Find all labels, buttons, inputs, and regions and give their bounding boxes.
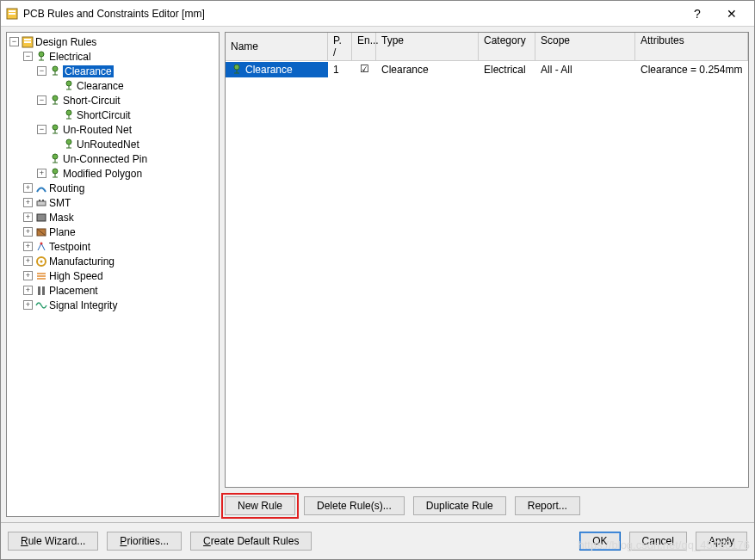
elec-icon <box>49 94 61 107</box>
tree-label: Un-Connected Pin <box>63 153 147 165</box>
tree-node-placement[interactable]: +Placement <box>7 283 219 298</box>
expand-icon[interactable]: + <box>23 183 33 193</box>
elec-icon <box>63 79 75 92</box>
report-button[interactable]: Report... <box>515 496 580 515</box>
tree-label: Manufacturing <box>49 255 114 268</box>
new-rule-button[interactable]: New Rule <box>225 496 295 515</box>
close-button[interactable]: ✕ <box>715 7 749 21</box>
cell-type: Clearance <box>376 62 479 77</box>
collapse-icon[interactable]: − <box>37 125 46 134</box>
cell-priority: 1 <box>328 62 352 77</box>
collapse-icon[interactable]: − <box>37 95 46 105</box>
footer-bar: Rule Wizard... Priorities... Create Defa… <box>1 522 754 559</box>
tree-label: Plane <box>49 226 76 238</box>
grid-row[interactable]: Clearance1☑ClearanceElectricalAll - AllC… <box>226 61 748 77</box>
elec-icon <box>49 167 61 180</box>
tree-label: Routing <box>49 182 84 194</box>
tree-node-smt[interactable]: +SMT <box>7 195 219 210</box>
tree-label: UnRoutedNet <box>77 138 139 151</box>
hspeed-icon <box>35 269 47 282</box>
tree-label: Clearance <box>63 65 114 77</box>
col-attributes[interactable]: Attributes <box>635 33 748 60</box>
tree-node-clearance-rule[interactable]: Clearance <box>7 78 219 93</box>
tree-node-shortcircuit-rule[interactable]: ShortCircuit <box>7 108 219 122</box>
tree-node-unrouted-net[interactable]: −Un-Routed Net <box>7 122 219 137</box>
col-priority[interactable]: P. / <box>328 33 352 60</box>
expand-icon[interactable]: + <box>23 256 33 266</box>
rule-wizard-button[interactable]: Rule Wizard... <box>8 532 98 551</box>
expand-icon[interactable]: + <box>23 212 33 222</box>
grid-header[interactable]: Name P. / En... Type Category Scope Attr… <box>226 33 748 61</box>
ok-button[interactable]: OK <box>579 532 620 551</box>
toggle-spacer <box>37 154 46 163</box>
priorities-button[interactable]: Priorities... <box>107 532 182 551</box>
cell-enabled[interactable]: ☑ <box>352 61 376 77</box>
tree-node-testpoint[interactable]: +Testpoint <box>7 239 219 254</box>
help-button[interactable]: ? <box>680 7 715 21</box>
tree-label: Design Rules <box>35 36 96 48</box>
tree-node-modified-polygon[interactable]: +Modified Polygon <box>7 166 219 181</box>
expand-icon[interactable]: + <box>23 286 33 295</box>
tree-node-signal-integrity[interactable]: +Signal Integrity <box>7 298 219 312</box>
delete-rule-button[interactable]: Delete Rule(s)... <box>304 496 405 515</box>
manuf-icon <box>35 255 47 268</box>
collapse-icon[interactable]: − <box>37 66 46 76</box>
tree-label: Modified Polygon <box>63 168 142 180</box>
app-icon <box>6 7 18 20</box>
smt-icon <box>35 196 47 209</box>
expand-icon[interactable]: + <box>23 198 33 207</box>
elec-icon <box>49 152 61 165</box>
expand-icon[interactable]: + <box>23 300 33 310</box>
tree-node-short-circuit[interactable]: −Short-Circuit <box>7 93 219 108</box>
tree-node-plane[interactable]: +Plane <box>7 225 219 239</box>
tree-node-high-speed[interactable]: +High Speed <box>7 268 219 283</box>
place-icon <box>35 284 47 297</box>
cancel-button[interactable]: Cancel <box>629 532 687 551</box>
tree-node-unconnected-pin[interactable]: Un-Connected Pin <box>7 151 219 166</box>
cell-category: Electrical <box>479 62 535 77</box>
col-name[interactable]: Name <box>226 33 328 60</box>
tree-label: Electrical <box>49 51 91 63</box>
col-scope[interactable]: Scope <box>535 33 635 60</box>
tree-node-clearance-cat[interactable]: −Clearance <box>7 64 219 78</box>
col-enabled[interactable]: En... <box>352 33 376 60</box>
window-title: PCB Rules and Constraints Editor [mm] <box>23 8 680 20</box>
tree-node-electrical[interactable]: −Electrical <box>7 49 219 64</box>
elec-icon <box>231 64 243 76</box>
tree-node-routing[interactable]: +Routing <box>7 181 219 195</box>
rules-grid[interactable]: Name P. / En... Type Category Scope Attr… <box>225 32 749 488</box>
right-pane: Name P. / En... Type Category Scope Attr… <box>225 32 749 517</box>
expand-icon[interactable]: + <box>23 227 33 237</box>
create-default-rules-button[interactable]: Create Default Rules <box>190 532 312 551</box>
expand-icon[interactable]: + <box>37 169 46 178</box>
toggle-spacer <box>51 110 60 120</box>
tree-label: SMT <box>49 197 71 209</box>
col-category[interactable]: Category <box>479 33 535 60</box>
test-icon <box>35 240 47 253</box>
tree-label: Placement <box>49 285 98 297</box>
col-type[interactable]: Type <box>376 33 479 60</box>
elec-icon <box>49 123 61 136</box>
rules-tree[interactable]: −Design Rules−Electrical−ClearanceCleara… <box>6 32 220 517</box>
plane-icon <box>35 225 47 238</box>
toggle-spacer <box>51 139 60 149</box>
cell-scope: All - All <box>535 62 635 77</box>
tree-label: ShortCircuit <box>77 109 131 121</box>
tree-node-mask[interactable]: +Mask <box>7 210 219 225</box>
tree-node-design-rules[interactable]: −Design Rules <box>7 34 219 49</box>
tree-label: Signal Integrity <box>49 299 117 311</box>
title-bar: PCB Rules and Constraints Editor [mm] ? … <box>1 1 754 27</box>
main-area: −Design Rules−Electrical−ClearanceCleara… <box>1 27 754 522</box>
rule-button-row: New Rule Delete Rule(s)... Duplicate Rul… <box>225 488 749 517</box>
expand-icon[interactable]: + <box>23 271 33 280</box>
duplicate-rule-button[interactable]: Duplicate Rule <box>413 496 506 515</box>
expand-icon[interactable]: + <box>23 242 33 251</box>
collapse-icon[interactable]: − <box>23 52 33 61</box>
tree-node-manufacturing[interactable]: +Manufacturing <box>7 254 219 268</box>
tree-label: Clearance <box>77 80 124 92</box>
elec-icon <box>35 50 47 63</box>
collapse-icon[interactable]: − <box>9 37 19 46</box>
cell-attributes: Clearance = 0.254mm <box>635 62 748 77</box>
apply-button[interactable]: Apply <box>696 532 747 551</box>
tree-node-unroutednet-rule[interactable]: UnRoutedNet <box>7 137 219 151</box>
